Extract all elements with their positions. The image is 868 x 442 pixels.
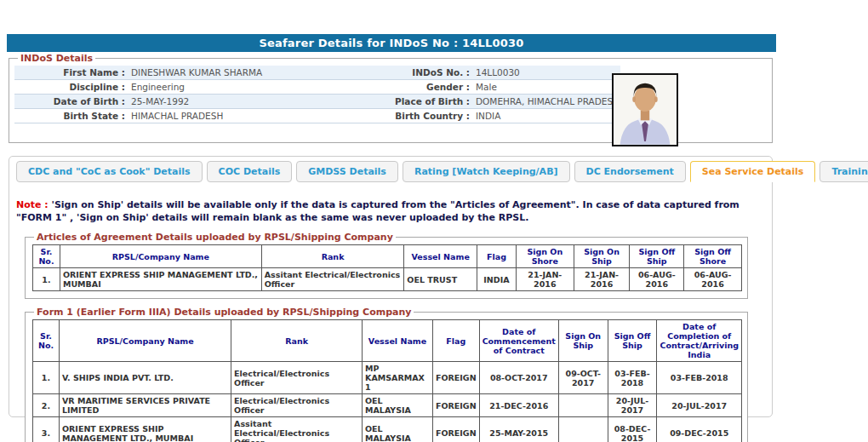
detail-row: Birth State :HIMACHAL PRADESHBirth Count… bbox=[14, 109, 620, 123]
column-header: RPSL/Company Name bbox=[59, 320, 231, 362]
detail-label: Birth State : bbox=[14, 111, 125, 121]
column-header: Vessel Name bbox=[404, 245, 477, 268]
portrait-illustration bbox=[614, 75, 677, 145]
table-cell: 25-MAY-2015 bbox=[479, 417, 558, 442]
table-cell: VR MARITIME SERVICES PRIVATE LIMITED bbox=[59, 394, 231, 417]
table-cell: OEL MALAYSIA bbox=[363, 417, 433, 442]
tab-cdc-and-coc-as-cook-details[interactable]: CDC and "CoC as Cook" Details bbox=[16, 161, 203, 182]
table-cell: 1. bbox=[33, 362, 60, 394]
table-cell: Assitant Electrical/Electronics Officer bbox=[231, 417, 363, 442]
table-row: 3.ORIENT EXPRESS SHIP MANAGEMENT LTD., M… bbox=[33, 417, 742, 442]
detail-value: Male bbox=[470, 82, 620, 92]
table-cell: OEL MALAYSIA bbox=[363, 394, 433, 417]
tab-training-details[interactable]: Training Details bbox=[819, 161, 868, 182]
detail-value: DOMEHRA, HIMACHAL PRADESH bbox=[470, 96, 620, 106]
table-cell: FOREIGN bbox=[432, 362, 479, 394]
detail-label: Gender : bbox=[359, 82, 470, 92]
form1-section: Form 1 (Earlier Form IIIA) Details uploa… bbox=[25, 307, 748, 442]
table-cell bbox=[558, 417, 608, 442]
table-cell: 03-FEB-2018 bbox=[608, 362, 657, 394]
articles-of-agreement-table: Sr. No.RPSL/Company NameRankVessel NameF… bbox=[32, 244, 742, 291]
table-cell: ORIENT EXPRESS SHIP MANAGEMENT LTD., MUM… bbox=[60, 268, 261, 291]
detail-row: Discipline :EngineeringGender :Male bbox=[14, 80, 620, 95]
table-cell: Electrical/Electronics Officer bbox=[231, 394, 363, 417]
detail-value: HIMACHAL PRADESH bbox=[125, 111, 359, 121]
detail-label: First Name : bbox=[14, 67, 125, 77]
column-header: Sign On Ship bbox=[558, 320, 608, 362]
column-header: Sr. No. bbox=[33, 245, 60, 268]
table-cell: 09-OCT-2017 bbox=[558, 362, 608, 394]
table-cell: 1. bbox=[33, 268, 60, 291]
detail-label: Place of Birth : bbox=[359, 96, 470, 106]
table-cell: 20-JUL-2017 bbox=[608, 394, 657, 417]
detail-label: Birth Country : bbox=[359, 111, 470, 121]
table-cell: INDIA bbox=[477, 268, 517, 291]
column-header: Sign Off Ship bbox=[630, 245, 684, 268]
column-header: Sign On Ship bbox=[574, 245, 630, 268]
column-header: RPSL/Company Name bbox=[60, 245, 261, 268]
table-cell: OEL TRUST bbox=[404, 268, 477, 291]
table-cell: 21-JAN-2016 bbox=[574, 268, 630, 291]
table-cell: 03-FEB-2018 bbox=[657, 362, 742, 394]
table-cell: 08-OCT-2017 bbox=[479, 362, 558, 394]
tab-sea-service-details[interactable]: Sea Service Details bbox=[690, 161, 816, 182]
note-text: Note : 'Sign on Ship' details will be av… bbox=[16, 198, 763, 224]
detail-label: Discipline : bbox=[14, 82, 125, 92]
table-cell bbox=[558, 394, 608, 417]
detail-label: Date of Birth : bbox=[14, 96, 125, 106]
page-title: Seafarer Details for INDoS No : 14LL0030 bbox=[7, 34, 776, 52]
column-header: Date of Completion of Contract/Arriving … bbox=[657, 320, 742, 362]
table-header-row: Sr. No.RPSL/Company NameRankVessel NameF… bbox=[33, 320, 742, 362]
table-cell: 21-DEC-2016 bbox=[479, 394, 558, 417]
note-body: 'Sign on Ship' details will be available… bbox=[16, 199, 740, 223]
tab-rating-watch-keeping-ab[interactable]: Rating [Watch Keeping/AB] bbox=[403, 161, 570, 182]
note-label: Note : bbox=[16, 199, 49, 210]
articles-legend: Articles of Agreement Details uploaded b… bbox=[34, 232, 396, 243]
table-cell: 3. bbox=[33, 417, 60, 442]
tab-gmdss-details[interactable]: GMDSS Details bbox=[296, 161, 398, 182]
table-cell: 06-AUG-2016 bbox=[630, 268, 684, 291]
column-header: Flag bbox=[432, 320, 479, 362]
column-header: Sign Off Shore bbox=[684, 245, 742, 268]
detail-value: 14LL0030 bbox=[470, 67, 620, 77]
table-cell: 06-AUG-2016 bbox=[684, 268, 742, 291]
column-header: Sign Off Ship bbox=[608, 320, 657, 362]
table-cell: ORIENT EXPRESS SHIP MANAGEMENT LTD., MUM… bbox=[59, 417, 231, 442]
table-cell: V. SHIPS INDIA PVT. LTD. bbox=[59, 362, 231, 394]
table-row: 2.VR MARITIME SERVICES PRIVATE LIMITEDEl… bbox=[33, 394, 742, 417]
tab-dc-endorsement[interactable]: DC Endorsement bbox=[574, 161, 686, 182]
detail-row: Date of Birth :25-MAY-1992Place of Birth… bbox=[14, 95, 620, 109]
column-header: Rank bbox=[231, 320, 363, 362]
detail-value: Engineering bbox=[125, 82, 359, 92]
table-cell: Electrical/Electronics Officer bbox=[231, 362, 363, 394]
detail-value: INDIA bbox=[470, 111, 620, 121]
table-cell: 21-JAN-2016 bbox=[516, 268, 574, 291]
indos-details-legend: INDoS Details bbox=[18, 53, 95, 64]
table-row: 1.ORIENT EXPRESS SHIP MANAGEMENT LTD., M… bbox=[33, 268, 742, 291]
table-cell: 08-DEC-2015 bbox=[608, 417, 657, 442]
column-header: Rank bbox=[261, 245, 404, 268]
tab-coc-details[interactable]: COC Details bbox=[207, 161, 293, 182]
articles-of-agreement-section: Articles of Agreement Details uploaded b… bbox=[25, 232, 748, 299]
table-header-row: Sr. No.RPSL/Company NameRankVessel NameF… bbox=[33, 245, 742, 268]
table-cell: FOREIGN bbox=[432, 394, 479, 417]
form1-legend: Form 1 (Earlier Form IIIA) Details uploa… bbox=[34, 307, 414, 318]
detail-value: DINESHWAR KUMAR SHARMA bbox=[125, 67, 359, 77]
detail-label: INDoS No. : bbox=[359, 67, 470, 77]
indos-details-grid: First Name :DINESHWAR KUMAR SHARMAINDoS … bbox=[14, 66, 620, 123]
seafarer-photo bbox=[612, 73, 678, 146]
table-cell: FOREIGN bbox=[432, 417, 479, 442]
table-cell: MP KAMSARMAX 1 bbox=[363, 362, 433, 394]
table-cell: 09-DEC-2015 bbox=[657, 417, 742, 442]
table-row: 1.V. SHIPS INDIA PVT. LTD.Electrical/Ele… bbox=[33, 362, 742, 394]
table-cell: 2. bbox=[33, 394, 60, 417]
detail-value: 25-MAY-1992 bbox=[125, 96, 359, 106]
column-header: Date of Commencement of Contract bbox=[479, 320, 558, 362]
detail-row: First Name :DINESHWAR KUMAR SHARMAINDoS … bbox=[14, 66, 620, 80]
column-header: Flag bbox=[477, 245, 517, 268]
table-cell: Assitant Electrical/Electronics Officer bbox=[261, 268, 404, 291]
column-header: Sr. No. bbox=[33, 320, 60, 362]
form1-table: Sr. No.RPSL/Company NameRankVessel NameF… bbox=[32, 319, 742, 442]
column-header: Vessel Name bbox=[363, 320, 433, 362]
table-cell: 20-JUL-2017 bbox=[657, 394, 742, 417]
